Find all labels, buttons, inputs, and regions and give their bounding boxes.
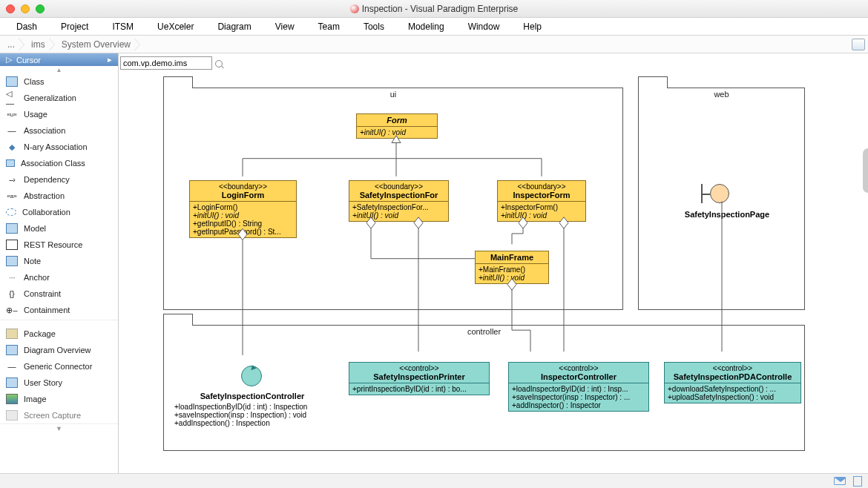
palette-class[interactable]: Class: [0, 73, 118, 90]
palette-user-story[interactable]: User Story: [0, 375, 118, 391]
pdacontroller-name: SafetyInspectionPDAControlle: [674, 372, 792, 381]
search-icon[interactable]: [215, 60, 223, 67]
zoom-icon[interactable]: [36, 4, 45, 13]
inspectorform-m2: +initUI() : void: [501, 211, 582, 220]
crumb-root[interactable]: ...: [3, 36, 19, 53]
palette-assoc-class[interactable]: Association Class: [0, 155, 118, 171]
pdacontroller-m2: +uploadSafetyInspection() : void: [668, 393, 798, 401]
inspcontroller-m2: +saveInspector(insp : Inspector) : ...: [512, 393, 645, 401]
package-controller-tab: [163, 314, 193, 326]
breadcrumb: ... ims System Overview: [0, 36, 868, 53]
note-icon: [6, 256, 18, 266]
safetyform-m2: +initUI() : void: [352, 211, 445, 220]
palette-separator: [0, 320, 118, 326]
palette-containment[interactable]: ⊕–Containment: [0, 302, 118, 318]
titlebar: Inspection - Visual Paradigm Enterprise: [0, 0, 868, 18]
menu-help[interactable]: Help: [513, 20, 552, 33]
menubar: Dash Project ITSM UeXceler Diagram View …: [0, 18, 868, 36]
mainframe-name: MainFrame: [490, 253, 533, 262]
siprinter-m1: +printInspectionByID(id : int) : bo...: [352, 385, 486, 393]
class-mainframe[interactable]: MainFrame +MainFrame() +initUI() : void: [475, 251, 549, 284]
package-controller-title: controller: [164, 327, 804, 336]
sicontroller-name: SafetyInspectionController: [174, 392, 330, 400]
loginform-m1: +LoginForm(): [193, 203, 293, 211]
package-field[interactable]: [120, 56, 212, 70]
palette-anchor[interactable]: ····Anchor: [0, 269, 118, 286]
model-icon: [6, 223, 18, 234]
dependency-icon: --›: [6, 174, 18, 185]
window-title-text: Inspection - Visual Paradigm Enterprise: [362, 4, 519, 14]
palette-generalization[interactable]: ◁—Generalization: [0, 90, 118, 106]
crumb-system-overview[interactable]: System Overview: [57, 36, 135, 53]
safetyform-m1: +SafetyInspectionFor...: [352, 203, 445, 211]
palette-note[interactable]: Note: [0, 253, 118, 269]
connector-icon: —: [6, 361, 18, 372]
vertical-scrollbar[interactable]: [863, 148, 868, 193]
palette-diagram-overview[interactable]: Diagram Overview: [0, 342, 118, 358]
menu-diagram[interactable]: Diagram: [207, 20, 261, 33]
anchor-icon: ····: [6, 272, 18, 283]
scroll-down-icon[interactable]: ▼: [0, 423, 118, 432]
palette-collaboration[interactable]: Collaboration: [0, 204, 118, 220]
scroll-up-icon[interactable]: [0, 66, 118, 73]
menu-team[interactable]: Team: [308, 20, 350, 33]
palette-usage[interactable]: «u»Usage: [0, 106, 118, 122]
inspcontroller-stereo: <<control>>: [512, 364, 645, 372]
menu-view[interactable]: View: [265, 20, 305, 33]
class-safetyinspectionform[interactable]: <<boundary>>SafetyInspectionFor +SafetyI…: [349, 180, 449, 222]
palette-dependency[interactable]: --›Dependency: [0, 171, 118, 188]
siprinter-name: SafetyInspectionPrinter: [373, 372, 464, 381]
expand-icon: ▸: [108, 55, 112, 65]
class-inspectorform[interactable]: <<boundary>>InspectorForm +InspectorForm…: [497, 180, 586, 222]
package-icon: [6, 329, 18, 339]
loginform-name: LoginForm: [222, 191, 264, 200]
diagram-canvas[interactable]: ui web controller Form +initUI() : void …: [119, 53, 868, 473]
palette-model[interactable]: Model: [0, 220, 118, 237]
class-form[interactable]: Form +initUI() : void: [356, 113, 438, 139]
menu-tools[interactable]: Tools: [353, 20, 395, 33]
document-icon[interactable]: [853, 476, 862, 487]
palette-screen-capture[interactable]: Screen Capture: [0, 407, 118, 423]
image-icon: [6, 394, 18, 404]
palette-association[interactable]: —Association: [0, 122, 118, 139]
minimize-icon[interactable]: [21, 4, 30, 13]
view-options-icon[interactable]: [852, 39, 865, 50]
statusbar: [0, 473, 868, 488]
palette-cursor-label: Cursor: [16, 56, 41, 65]
palette-package[interactable]: Package: [0, 326, 118, 342]
class-loginform[interactable]: <<boundary>>LoginForm +LoginForm() +init…: [189, 180, 297, 238]
control-safetyinspectioncontroller-icon[interactable]: [241, 366, 262, 386]
class-safetyinspectionprinter[interactable]: <<control>>SafetyInspectionPrinter +prin…: [349, 362, 490, 395]
menu-itsm[interactable]: ITSM: [102, 20, 144, 33]
menu-window[interactable]: Window: [458, 20, 510, 33]
inspcontroller-name: InspectorController: [541, 372, 617, 381]
menu-uexceler[interactable]: UeXceler: [147, 20, 204, 33]
class-inspectorcontroller[interactable]: <<control>>InspectorController +loadInsp…: [508, 362, 649, 412]
close-icon[interactable]: [6, 4, 15, 13]
palette-image[interactable]: Image: [0, 391, 118, 407]
safetyform-name: SafetyInspectionFor: [360, 191, 438, 200]
class-pdacontroller[interactable]: <<control>>SafetyInspectionPDAControlle …: [664, 362, 801, 403]
palette-generic-connector[interactable]: —Generic Connector: [0, 358, 118, 375]
palette-constraint[interactable]: {}Constraint: [0, 286, 118, 302]
palette-abstraction[interactable]: «a»Abstraction: [0, 188, 118, 204]
mainframe-m1: +MainFrame(): [479, 266, 545, 274]
user-story-icon: [6, 377, 18, 388]
usage-icon: «u»: [6, 109, 18, 119]
mail-icon[interactable]: [834, 477, 846, 485]
menu-project[interactable]: Project: [50, 20, 99, 33]
pdacontroller-stereo: <<control>>: [668, 364, 798, 372]
package-web-tab: [638, 76, 668, 88]
window-title: Inspection - Visual Paradigm Enterprise: [0, 4, 868, 14]
palette-nary[interactable]: ◆N-ary Association: [0, 139, 118, 155]
crumb-ims[interactable]: ims: [27, 36, 50, 53]
package-web-title: web: [639, 90, 804, 99]
safetyinspectionpage-label: SafetyInspectionPage: [675, 210, 779, 219]
menu-modeling[interactable]: Modeling: [398, 20, 455, 33]
loginform-m3: +getInputID() : String: [193, 220, 293, 228]
palette-cursor[interactable]: ▷ Cursor ▸: [0, 53, 118, 66]
mainframe-m2: +initUI() : void: [479, 274, 545, 282]
generalization-icon: ◁—: [6, 93, 18, 103]
menu-dash[interactable]: Dash: [6, 20, 47, 33]
palette-rest[interactable]: REST Resource: [0, 237, 118, 253]
